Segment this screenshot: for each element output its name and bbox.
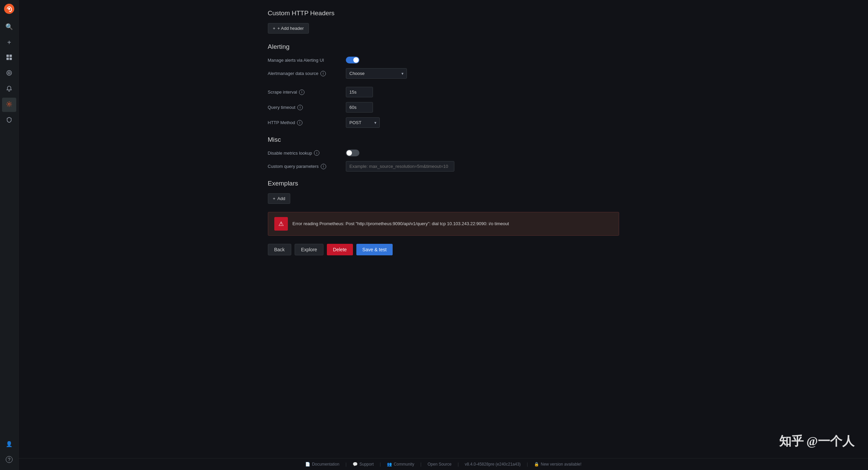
http-method-info-icon[interactable]: i: [297, 120, 302, 125]
svg-rect-5: [9, 58, 12, 60]
svg-point-1: [8, 8, 10, 10]
manage-alerts-row: Manage alerts via Alerting UI: [268, 57, 619, 63]
misc-title: Misc: [268, 136, 619, 143]
support-icon: 💬: [353, 462, 358, 467]
plus-icon-exemplar: +: [273, 196, 276, 201]
doc-icon: 📄: [305, 462, 310, 467]
explore-button[interactable]: Explore: [295, 244, 323, 255]
svg-rect-2: [6, 55, 9, 57]
community-icon: 👥: [387, 462, 392, 467]
alerting-section: Alerting Manage alerts via Alerting UI A…: [268, 43, 619, 79]
misc-section: Misc Disable metrics lookup i Custom que…: [268, 136, 619, 172]
warning-icon: ⚠: [278, 220, 284, 228]
footer: 📄 Documentation | 💬 Support | 👥 Communit…: [19, 458, 868, 470]
error-message: Error reading Prometheus: Post "http://p…: [293, 220, 509, 227]
http-method-row: HTTP Method i GET POST: [268, 117, 619, 128]
add-exemplar-label: Add: [277, 196, 285, 201]
open-source-link[interactable]: Open Source: [428, 462, 452, 467]
toggle-knob: [353, 57, 359, 63]
svg-rect-4: [6, 58, 9, 60]
plus-icon: +: [7, 39, 11, 46]
svg-point-6: [7, 71, 12, 75]
explore-icon: [6, 70, 12, 78]
scrape-interval-label: Scrape interval i: [268, 90, 346, 95]
main-content: Custom HTTP Headers + + Add header Alert…: [19, 0, 868, 458]
toggle-knob-2: [347, 150, 352, 156]
shield-icon: [6, 117, 12, 124]
disable-metrics-row: Disable metrics lookup i: [268, 150, 619, 156]
error-icon-box: ⚠: [274, 217, 288, 231]
add-exemplar-button[interactable]: + Add: [268, 193, 291, 204]
add-header-label: + Add header: [277, 26, 304, 31]
scrape-interval-info-icon[interactable]: i: [299, 90, 304, 95]
add-header-button[interactable]: + + Add header: [268, 23, 309, 34]
scrape-interval-row: Scrape interval i: [268, 87, 619, 97]
version-label: v8.4.0-45828pre (e240c21a43): [465, 462, 521, 467]
new-version-icon: 🔒: [534, 462, 539, 467]
sidebar-item-alerting[interactable]: [2, 82, 16, 96]
search-icon: 🔍: [5, 23, 13, 31]
gear-icon: [6, 101, 12, 109]
alertmanager-label: Alertmanager data source i: [268, 71, 346, 76]
svg-point-7: [8, 72, 10, 74]
http-method-select-wrapper: GET POST: [346, 117, 380, 128]
action-buttons: Back Explore Delete Save & test: [268, 244, 619, 255]
custom-http-headers-title: Custom HTTP Headers: [268, 9, 619, 17]
help-icon: ?: [6, 456, 13, 463]
disable-metrics-info-icon[interactable]: i: [314, 150, 319, 156]
alertmanager-select[interactable]: Choose: [346, 68, 407, 79]
alertmanager-info-icon[interactable]: i: [320, 71, 326, 76]
delete-button[interactable]: Delete: [327, 244, 353, 255]
http-method-select[interactable]: GET POST: [346, 117, 380, 128]
grafana-logo[interactable]: [3, 3, 15, 15]
alertmanager-select-wrapper: Choose: [346, 68, 407, 79]
query-timeout-label: Query timeout i: [268, 105, 346, 110]
user-avatar: 👤: [6, 441, 13, 447]
sidebar-item-user[interactable]: 👤: [2, 437, 16, 451]
sidebar-item-dashboards[interactable]: [2, 51, 16, 65]
documentation-link[interactable]: 📄 Documentation: [305, 462, 339, 467]
http-method-label: HTTP Method i: [268, 120, 346, 125]
sidebar-item-create[interactable]: +: [2, 35, 16, 50]
query-timeout-row: Query timeout i: [268, 102, 619, 113]
sidebar-item-help[interactable]: ?: [2, 452, 16, 467]
svg-point-8: [8, 103, 10, 105]
scrape-interval-input[interactable]: [346, 87, 373, 97]
exemplars-section: Exemplars + Add: [268, 180, 619, 204]
exemplars-title: Exemplars: [268, 180, 619, 187]
custom-query-info-icon[interactable]: i: [321, 164, 326, 169]
error-banner: ⚠ Error reading Prometheus: Post "http:/…: [268, 212, 619, 236]
manage-alerts-label: Manage alerts via Alerting UI: [268, 58, 346, 63]
disable-metrics-label: Disable metrics lookup i: [268, 150, 346, 156]
prometheus-options-section: Scrape interval i Query timeout i: [268, 87, 619, 128]
sidebar-item-shield[interactable]: [2, 113, 16, 128]
plus-icon: +: [273, 26, 276, 31]
back-button[interactable]: Back: [268, 244, 291, 255]
sidebar-item-explore[interactable]: [2, 66, 16, 81]
sidebar: 🔍 +: [0, 0, 19, 470]
svg-rect-3: [9, 55, 12, 57]
disable-metrics-toggle[interactable]: [346, 150, 359, 156]
alertmanager-datasource-row: Alertmanager data source i Choose: [268, 68, 619, 79]
save-test-button[interactable]: Save & test: [356, 244, 393, 255]
support-link[interactable]: 💬 Support: [353, 462, 374, 467]
new-version-link[interactable]: 🔒 New version available!: [534, 462, 581, 467]
sidebar-item-search[interactable]: 🔍: [2, 20, 16, 34]
query-timeout-info-icon[interactable]: i: [297, 105, 303, 110]
custom-query-label: Custom query parameters i: [268, 164, 346, 169]
custom-query-row: Custom query parameters i: [268, 161, 619, 172]
sidebar-item-configuration[interactable]: [2, 98, 16, 112]
alerting-title: Alerting: [268, 43, 619, 51]
query-timeout-input[interactable]: [346, 102, 373, 113]
bell-icon: [6, 85, 12, 93]
community-link[interactable]: 👥 Community: [387, 462, 414, 467]
custom-http-headers-section: Custom HTTP Headers + + Add header: [268, 9, 619, 34]
dashboards-icon: [6, 54, 12, 62]
custom-query-input[interactable]: [346, 161, 454, 172]
manage-alerts-toggle[interactable]: [346, 57, 359, 63]
